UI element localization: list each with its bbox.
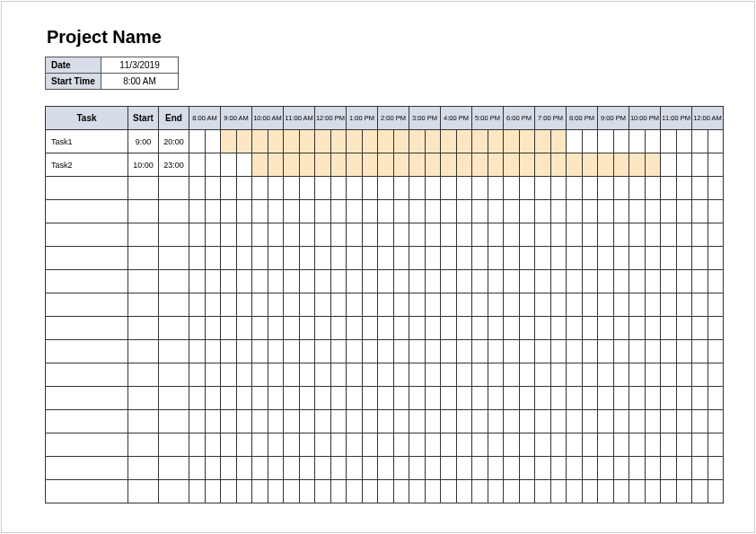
gantt-cell[interactable]	[425, 153, 441, 177]
gantt-cell[interactable]	[613, 177, 629, 200]
gantt-cell[interactable]	[315, 270, 331, 293]
gantt-cell[interactable]	[692, 363, 708, 387]
gantt-cell[interactable]	[330, 270, 347, 293]
gantt-cell[interactable]	[550, 247, 567, 270]
meta-starttime-value[interactable]: 8:00 AM	[101, 74, 179, 90]
gantt-cell[interactable]	[708, 317, 724, 340]
gantt-cell[interactable]	[456, 247, 472, 270]
gantt-cell[interactable]	[393, 387, 409, 410]
gantt-cell[interactable]	[567, 153, 583, 177]
gantt-cell[interactable]	[299, 177, 315, 200]
gantt-cell[interactable]	[330, 247, 347, 270]
task-end-cell[interactable]	[159, 177, 189, 200]
gantt-cell[interactable]	[236, 223, 252, 247]
gantt-cell[interactable]	[472, 130, 488, 153]
gantt-cell[interactable]	[236, 433, 252, 457]
gantt-cell[interactable]	[676, 340, 692, 363]
gantt-cell[interactable]	[582, 457, 598, 480]
gantt-cell[interactable]	[504, 270, 520, 293]
gantt-cell[interactable]	[330, 387, 347, 410]
task-name-cell[interactable]	[46, 247, 128, 270]
gantt-cell[interactable]	[692, 433, 708, 457]
gantt-cell[interactable]	[504, 433, 520, 457]
gantt-cell[interactable]	[488, 177, 504, 200]
gantt-cell[interactable]	[676, 293, 692, 317]
gantt-cell[interactable]	[189, 480, 206, 503]
gantt-cell[interactable]	[268, 433, 284, 457]
gantt-cell[interactable]	[488, 340, 504, 363]
gantt-cell[interactable]	[645, 363, 661, 387]
gantt-cell[interactable]	[582, 387, 598, 410]
gantt-cell[interactable]	[504, 130, 520, 153]
gantt-cell[interactable]	[582, 293, 598, 317]
gantt-cell[interactable]	[409, 293, 426, 317]
gantt-cell[interactable]	[441, 153, 457, 177]
gantt-cell[interactable]	[629, 247, 646, 270]
gantt-cell[interactable]	[472, 480, 488, 503]
gantt-cell[interactable]	[629, 457, 646, 480]
gantt-cell[interactable]	[661, 433, 677, 457]
gantt-cell[interactable]	[284, 270, 300, 293]
gantt-cell[interactable]	[550, 340, 567, 363]
task-name-cell[interactable]	[46, 387, 128, 410]
gantt-cell[interactable]	[519, 130, 535, 153]
gantt-cell[interactable]	[236, 200, 252, 223]
gantt-cell[interactable]	[315, 387, 331, 410]
gantt-cell[interactable]	[456, 433, 472, 457]
gantt-cell[interactable]	[315, 223, 331, 247]
gantt-cell[interactable]	[441, 433, 457, 457]
gantt-cell[interactable]	[315, 363, 331, 387]
gantt-cell[interactable]	[535, 223, 551, 247]
gantt-cell[interactable]	[393, 340, 409, 363]
gantt-cell[interactable]	[347, 433, 363, 457]
gantt-cell[interactable]	[441, 340, 457, 363]
gantt-cell[interactable]	[472, 340, 488, 363]
gantt-cell[interactable]	[519, 317, 535, 340]
gantt-cell[interactable]	[692, 410, 708, 433]
task-end-cell[interactable]	[159, 293, 189, 317]
task-name-cell[interactable]	[46, 433, 128, 457]
gantt-cell[interactable]	[676, 247, 692, 270]
gantt-cell[interactable]	[409, 153, 426, 177]
gantt-cell[interactable]	[330, 130, 347, 153]
gantt-cell[interactable]	[472, 457, 488, 480]
gantt-cell[interactable]	[676, 270, 692, 293]
gantt-cell[interactable]	[708, 223, 724, 247]
gantt-cell[interactable]	[535, 247, 551, 270]
gantt-cell[interactable]	[409, 177, 426, 200]
gantt-cell[interactable]	[613, 340, 629, 363]
gantt-cell[interactable]	[330, 480, 347, 503]
gantt-cell[interactable]	[425, 130, 441, 153]
gantt-cell[interactable]	[284, 363, 300, 387]
gantt-cell[interactable]	[236, 457, 252, 480]
gantt-cell[interactable]	[456, 293, 472, 317]
gantt-cell[interactable]	[189, 247, 206, 270]
gantt-cell[interactable]	[598, 223, 614, 247]
task-name-cell[interactable]	[46, 363, 128, 387]
gantt-cell[interactable]	[629, 340, 646, 363]
gantt-cell[interactable]	[645, 223, 661, 247]
gantt-cell[interactable]	[236, 410, 252, 433]
gantt-cell[interactable]	[252, 363, 268, 387]
gantt-cell[interactable]	[598, 387, 614, 410]
gantt-cell[interactable]	[519, 247, 535, 270]
gantt-cell[interactable]	[535, 270, 551, 293]
gantt-cell[interactable]	[550, 293, 567, 317]
gantt-cell[interactable]	[550, 130, 567, 153]
gantt-cell[interactable]	[378, 153, 394, 177]
gantt-cell[interactable]	[268, 200, 284, 223]
gantt-cell[interactable]	[425, 457, 441, 480]
gantt-cell[interactable]	[205, 130, 221, 153]
gantt-cell[interactable]	[598, 200, 614, 223]
task-start-cell[interactable]	[128, 480, 159, 503]
gantt-cell[interactable]	[692, 480, 708, 503]
gantt-cell[interactable]	[299, 387, 315, 410]
gantt-cell[interactable]	[661, 200, 677, 223]
gantt-cell[interactable]	[441, 293, 457, 317]
gantt-cell[interactable]	[252, 270, 268, 293]
gantt-cell[interactable]	[299, 363, 315, 387]
gantt-cell[interactable]	[221, 457, 237, 480]
gantt-cell[interactable]	[284, 433, 300, 457]
gantt-cell[interactable]	[472, 433, 488, 457]
gantt-cell[interactable]	[393, 247, 409, 270]
